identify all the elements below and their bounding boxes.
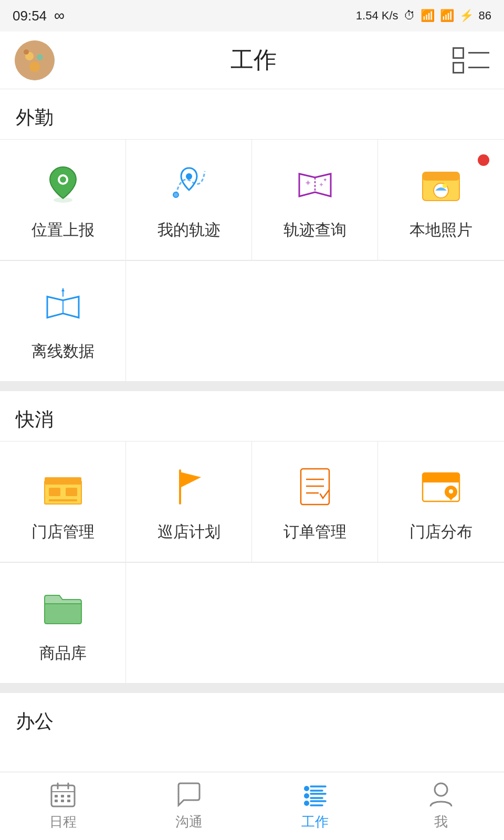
track-query-cell[interactable]: ✦ ✦ ✦ 轨迹查询: [252, 140, 378, 260]
menu-button[interactable]: [453, 47, 489, 74]
nav-work[interactable]: 工作: [252, 772, 378, 840]
page-title: 工作: [230, 45, 277, 76]
calendar-nav-icon: [49, 781, 77, 808]
empty-cell-2: [252, 261, 378, 382]
location-report-cell[interactable]: 位置上报: [0, 140, 126, 260]
bangong-content-placeholder: [0, 743, 504, 774]
patrol-plan-label: 巡店计划: [158, 521, 220, 543]
product-lib-label: 商品库: [39, 643, 87, 664]
svg-point-54: [435, 783, 447, 796]
kuaixiao-row1: 门店管理 巡店计划 订单管理: [0, 441, 504, 562]
empty-cell-3: [378, 261, 504, 382]
svg-point-51: [304, 801, 309, 806]
svg-rect-24: [49, 499, 77, 501]
menu-line-icon: [468, 67, 489, 68]
section-kuaixiao: 快消 门店管理 巡店计划: [0, 391, 504, 684]
svg-rect-42: [55, 800, 58, 802]
nav-chat-label: 沟通: [175, 813, 203, 831]
section-waiqin: 外勤 位置上报 我的轨迹: [0, 89, 504, 382]
signal-icon: 📶: [440, 9, 454, 23]
status-time: 09:54: [13, 8, 47, 24]
svg-point-4: [24, 49, 29, 55]
svg-point-7: [60, 176, 66, 183]
nav-me[interactable]: 我: [378, 772, 504, 840]
svg-rect-15: [423, 172, 459, 181]
svg-point-9: [173, 192, 178, 197]
local-photo-cell[interactable]: 本地照片: [378, 140, 504, 260]
avatar[interactable]: [15, 40, 55, 80]
svg-point-8: [186, 173, 192, 180]
photo-yellow-icon: [417, 161, 465, 208]
wifi-icon: 📶: [421, 9, 435, 23]
store-dist-cell[interactable]: 门店分布: [378, 442, 504, 562]
section-title-kuaixiao: 快消: [0, 391, 504, 441]
section-title-waiqin: 外勤: [0, 89, 504, 139]
svg-text:✦: ✦: [304, 178, 311, 187]
location-report-label: 位置上报: [32, 219, 94, 241]
svg-point-48: [304, 793, 309, 799]
order-manage-label: 订单管理: [284, 521, 346, 543]
svg-rect-32: [423, 479, 459, 482]
menu-square-icon: [453, 47, 464, 59]
nav-chat[interactable]: 沟通: [126, 772, 252, 840]
svg-point-34: [449, 489, 453, 494]
svg-rect-44: [67, 800, 70, 802]
store-dist-label: 门店分布: [410, 521, 472, 543]
empty-cell-1: [126, 261, 252, 382]
svg-rect-39: [55, 795, 58, 797]
status-bar: 09:54 ∞ 1.54 K/s ⏱ 📶 📶 ⚡ 86: [0, 0, 504, 32]
separator-2: [0, 684, 504, 693]
map-pin-orange-icon: [417, 463, 465, 510]
svg-rect-41: [67, 795, 70, 797]
status-right: 1.54 K/s ⏱ 📶 📶 ⚡ 86: [356, 9, 491, 23]
svg-rect-21: [45, 477, 81, 485]
order-manage-cell[interactable]: 订单管理: [252, 442, 378, 562]
svg-point-3: [29, 61, 40, 72]
map-blue-fold-icon: [39, 282, 87, 329]
section-bangong: 办公: [0, 693, 504, 774]
svg-text:✦: ✦: [323, 177, 327, 183]
menu-line-icon: [468, 52, 489, 54]
store-manage-cell[interactable]: 门店管理: [0, 442, 126, 562]
empty-cell-6: [378, 563, 504, 684]
empty-cell-5: [252, 563, 378, 684]
track-blue-icon: [165, 161, 213, 208]
bottom-nav: 日程 沟通 工作 我: [0, 772, 504, 840]
offline-data-cell[interactable]: 离线数据: [0, 261, 126, 382]
network-speed: 1.54 K/s: [356, 9, 398, 23]
waiqin-row1: 位置上报 我的轨迹 ✦ ✦: [0, 139, 504, 260]
svg-point-45: [304, 786, 309, 791]
waiqin-row2: 离线数据: [0, 260, 504, 382]
nav-schedule-label: 日程: [49, 813, 77, 831]
offline-data-label: 离线数据: [32, 341, 94, 362]
svg-rect-23: [66, 488, 77, 496]
local-photo-label: 本地照片: [410, 219, 472, 241]
infinity-icon: ∞: [54, 7, 65, 24]
header: 工作: [0, 32, 504, 89]
flag-orange-icon: [165, 463, 213, 510]
red-dot-badge: [478, 154, 489, 166]
person-nav-icon: [427, 781, 455, 808]
product-lib-cell[interactable]: 商品库: [0, 563, 126, 684]
patrol-plan-cell[interactable]: 巡店计划: [126, 442, 252, 562]
map-purple-icon: ✦ ✦ ✦: [291, 161, 339, 208]
my-track-cell[interactable]: 我的轨迹: [126, 140, 252, 260]
kuaixiao-row2: 商品库: [0, 562, 504, 684]
store-manage-label: 门店管理: [32, 521, 94, 543]
svg-rect-43: [61, 800, 64, 802]
chat-nav-icon: [175, 781, 203, 808]
battery-level: 86: [479, 9, 491, 23]
nav-me-label: 我: [434, 813, 448, 831]
folder-green-icon: [39, 584, 87, 631]
work-nav-icon: [301, 781, 329, 808]
store-yellow-icon: [39, 463, 87, 510]
svg-rect-22: [49, 488, 60, 496]
menu-square-icon: [453, 62, 464, 74]
separator-1: [0, 382, 504, 391]
section-title-bangong: 办公: [0, 693, 504, 743]
empty-cell-4: [126, 563, 252, 684]
my-track-label: 我的轨迹: [158, 219, 220, 241]
battery-icon: ⚡: [459, 9, 474, 23]
location-pin-green-icon: [39, 161, 87, 208]
nav-schedule[interactable]: 日程: [0, 772, 126, 840]
